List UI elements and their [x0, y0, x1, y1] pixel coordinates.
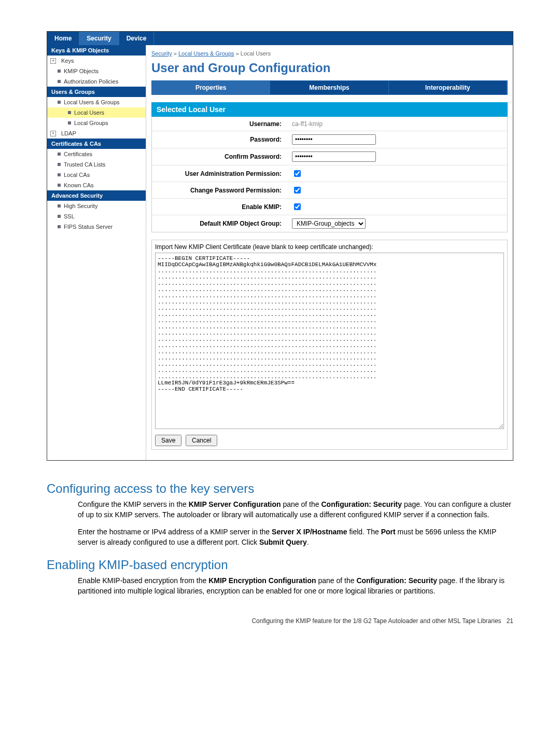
tab-home[interactable]: Home — [47, 32, 79, 45]
panel-title: Selected Local User — [151, 102, 508, 117]
top-tab-bar: Home Security Device — [47, 32, 513, 45]
sidebar-hdr-adv: Advanced Security — [47, 190, 146, 201]
bullet-icon — [58, 204, 61, 208]
heading-enabling-kmip: Enabling KMIP-based encryption — [47, 558, 513, 572]
breadcrumb-local-ug[interactable]: Local Users & Groups — [178, 50, 234, 57]
subtab-interoperability[interactable]: Interoperability — [389, 81, 507, 94]
paragraph: Configure the KMIP servers in the KMIP S… — [78, 499, 513, 520]
checkbox-enable-kmip[interactable] — [294, 203, 301, 210]
sidebar-hdr-users: Users & Groups — [47, 87, 146, 97]
sidebar: Keys & KMIP Objects Keys KMIP Objects Au… — [47, 45, 146, 460]
label-username: Username: — [152, 117, 287, 131]
breadcrumb-security[interactable]: Security — [151, 50, 172, 57]
main-pane: Security » Local Users & Groups » Local … — [146, 45, 513, 460]
sidebar-item-auth-policies[interactable]: Authorization Policies — [47, 76, 146, 87]
input-password[interactable] — [292, 134, 376, 145]
tab-security[interactable]: Security — [79, 32, 119, 45]
heading-configuring-access: Configuring access to the key servers — [47, 481, 513, 496]
sidebar-item-kmip-objects[interactable]: KMIP Objects — [47, 66, 146, 76]
bullet-icon — [58, 80, 61, 83]
sidebar-item-known-cas[interactable]: Known CAs — [47, 180, 146, 190]
user-form: Username: ca-ff1-kmip Password: Confirm … — [151, 117, 508, 232]
cert-panel: Import New KMIP Client Certificate (leav… — [151, 240, 508, 450]
breadcrumb: Security » Local Users & Groups » Local … — [151, 48, 508, 61]
cancel-button[interactable]: Cancel — [186, 435, 217, 446]
subtab-memberships[interactable]: Memberships — [270, 81, 388, 94]
sidebar-item-high-sec[interactable]: High Security — [47, 201, 146, 211]
sidebar-item-local-users[interactable]: Local Users — [47, 107, 146, 118]
sidebar-hdr-keys: Keys & KMIP Objects — [47, 45, 146, 56]
cert-caption: Import New KMIP Client Certificate (leav… — [155, 243, 504, 251]
sidebar-item-fips[interactable]: FIPS Status Server — [47, 222, 146, 232]
bullet-icon — [58, 70, 61, 73]
sidebar-item-keys[interactable]: Keys — [47, 56, 146, 66]
sidebar-item-certs[interactable]: Certificates — [47, 149, 146, 159]
cert-textarea[interactable] — [155, 253, 504, 429]
sidebar-item-local-cas[interactable]: Local CAs — [47, 170, 146, 180]
label-enable-kmip: Enable KMIP: — [152, 199, 287, 215]
sidebar-item-local-groups[interactable]: Local Groups — [47, 118, 146, 128]
bullet-icon — [58, 215, 61, 218]
sidebar-item-ldap[interactable]: LDAP — [47, 128, 146, 139]
subtab-bar: Properties Memberships Interoperability — [151, 80, 508, 95]
page-footer: Configuring the KMIP feature for the 1/8… — [47, 617, 513, 625]
page-title: User and Group Configuration — [151, 61, 508, 75]
sidebar-item-local-ug[interactable]: Local Users & Groups — [47, 97, 146, 107]
sidebar-item-trusted-ca[interactable]: Trusted CA Lists — [47, 159, 146, 170]
document-body: Configuring access to the key servers Co… — [47, 481, 513, 597]
label-confirm-password: Confirm Password: — [152, 148, 287, 165]
paragraph: Enable KMIP-based encryption from the KM… — [78, 575, 513, 597]
bullet-icon — [58, 101, 61, 104]
label-user-admin-perm: User Administration Permission: — [152, 165, 287, 182]
value-username: ca-ff1-kmip — [292, 120, 323, 128]
sidebar-item-ssl[interactable]: SSL — [47, 211, 146, 222]
subtab-properties[interactable]: Properties — [152, 81, 270, 94]
breadcrumb-current: Local Users — [241, 50, 271, 57]
bullet-icon — [58, 184, 61, 187]
bullet-icon — [58, 225, 61, 228]
bullet-icon — [68, 121, 71, 125]
input-confirm-password[interactable] — [292, 151, 376, 162]
label-change-pw-perm: Change Password Permission: — [152, 182, 287, 199]
checkbox-change-pw-perm[interactable] — [294, 187, 301, 194]
select-default-kmip-group[interactable]: KMIP-Group_objects — [292, 218, 366, 229]
paragraph: Enter the hostname or IPv4 address of a … — [78, 527, 513, 548]
label-password: Password: — [152, 131, 287, 148]
app-screenshot: Home Security Device Keys & KMIP Objects… — [47, 31, 513, 461]
bullet-icon — [58, 153, 61, 156]
save-button[interactable]: Save — [155, 435, 181, 446]
label-default-kmip-group: Default KMIP Object Group: — [152, 215, 287, 232]
bullet-icon — [68, 111, 71, 114]
tab-device[interactable]: Device — [119, 32, 155, 45]
page-number: 21 — [507, 617, 513, 625]
bullet-icon — [58, 163, 61, 166]
sidebar-hdr-certs: Certificates & CAs — [47, 139, 146, 149]
checkbox-user-admin-perm[interactable] — [294, 170, 301, 177]
bullet-icon — [58, 173, 61, 176]
